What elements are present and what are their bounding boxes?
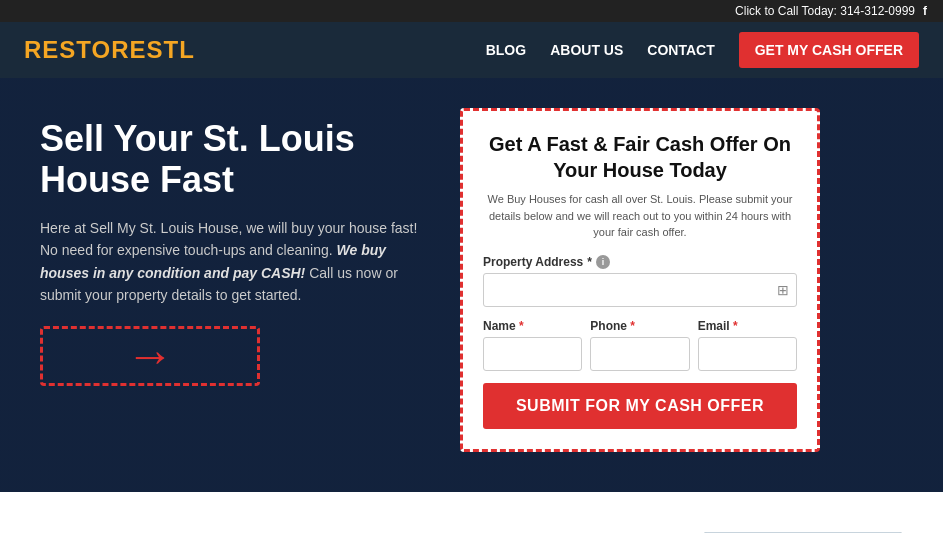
name-input[interactable] bbox=[483, 337, 582, 371]
nav-about[interactable]: ABOUT US bbox=[550, 42, 623, 58]
nav-blog[interactable]: BLOG bbox=[486, 42, 526, 58]
nav-cta-button[interactable]: GET MY CASH OFFER bbox=[739, 32, 919, 68]
phone-label: Phone * bbox=[590, 319, 689, 333]
hero-title: Sell Your St. Louis House Fast bbox=[40, 118, 436, 201]
info-icon: i bbox=[596, 255, 610, 269]
address-input[interactable] bbox=[483, 273, 797, 307]
nav-contact[interactable]: CONTACT bbox=[647, 42, 714, 58]
phone-field-col: Phone * bbox=[590, 319, 689, 371]
top-bar: Click to Call Today: 314-312-0999 f bbox=[0, 0, 943, 22]
nav: BLOG ABOUT US CONTACT GET MY CASH OFFER bbox=[486, 32, 919, 68]
contact-fields-row: Name * Phone * Email * bbox=[483, 319, 797, 371]
form-subtitle: We Buy Houses for cash all over St. Loui… bbox=[483, 191, 797, 241]
logo-text1: RESTORE bbox=[24, 36, 147, 63]
address-label: Property Address * i bbox=[483, 255, 797, 269]
cash-offer-form: Get A Fast & Fair Cash Offer On Your Hou… bbox=[460, 108, 820, 452]
facebook-icon[interactable]: f bbox=[923, 4, 927, 18]
name-label: Name * bbox=[483, 319, 582, 333]
arrow-box: → bbox=[40, 326, 260, 386]
form-title: Get A Fast & Fair Cash Offer On Your Hou… bbox=[483, 131, 797, 183]
logo-text2: STL bbox=[147, 36, 195, 63]
submit-button[interactable]: SUBMIT For My Cash Offer bbox=[483, 383, 797, 429]
name-field-col: Name * bbox=[483, 319, 582, 371]
address-input-icon: ⊞ bbox=[777, 282, 789, 298]
email-input[interactable] bbox=[698, 337, 797, 371]
top-bar-cta: Click to Call Today: 314-312-0999 bbox=[735, 4, 915, 18]
arrow-right-icon: → bbox=[126, 332, 174, 380]
phone-input[interactable] bbox=[590, 337, 689, 371]
hero-body: Here at Sell My St. Louis House, we will… bbox=[40, 217, 436, 307]
header: RESTORESTL BLOG ABOUT US CONTACT GET MY … bbox=[0, 22, 943, 78]
hero-section: Sell Your St. Louis House Fast Here at S… bbox=[0, 78, 943, 492]
below-section: We Buy Houses in St. Louis Do you need t… bbox=[0, 492, 943, 534]
logo: RESTORESTL bbox=[24, 36, 195, 64]
address-field-wrapper: ⊞ bbox=[483, 273, 797, 307]
email-field-col: Email * bbox=[698, 319, 797, 371]
hero-content: Sell Your St. Louis House Fast Here at S… bbox=[40, 118, 460, 386]
email-label: Email * bbox=[698, 319, 797, 333]
